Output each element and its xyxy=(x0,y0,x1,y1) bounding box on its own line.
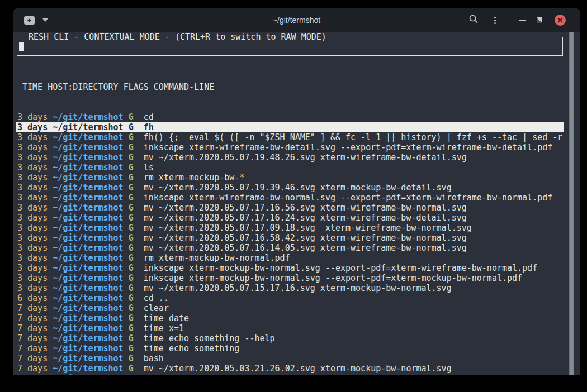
restore-icon[interactable] xyxy=(537,17,542,23)
row-command: time date xyxy=(144,313,189,323)
row-host-directory: ~/git/termshot xyxy=(53,374,123,375)
row-time: 7 days xyxy=(17,333,48,343)
row-flags: G xyxy=(129,223,134,233)
row-host-directory: ~/git/termshot xyxy=(53,213,123,223)
history-row[interactable]: 3 days ~/git/termshot G ls xyxy=(16,162,564,173)
row-flags: G xyxy=(129,183,134,193)
row-host-directory: ~/git/termshot xyxy=(53,223,123,233)
history-row[interactable]: 3 days ~/git/termshot G mv ~/xterm.2020.… xyxy=(16,243,564,253)
close-icon[interactable] xyxy=(555,15,566,26)
row-command: mv ~/xterm.2020.05.03.20.52.33.svg xterm… xyxy=(144,374,452,375)
row-command: cd .. xyxy=(144,293,169,303)
row-flags: G xyxy=(129,173,134,183)
row-time: 7 days xyxy=(17,303,48,313)
row-host-directory: ~/git/termshot xyxy=(53,303,123,313)
row-flags: G xyxy=(129,353,134,364)
row-flags: G xyxy=(129,303,134,313)
row-time: 3 days xyxy=(17,142,48,152)
history-row[interactable]: 3 days ~/git/termshot G mv ~/xterm.2020.… xyxy=(16,152,564,162)
history-row[interactable]: 6 days ~/git/termshot G cd .. xyxy=(16,293,564,303)
row-command: fh() {; eval $( ([ -n "$ZSH_NAME" ] && f… xyxy=(144,132,563,142)
history-row[interactable]: 7 days ~/git/termshot G time x=1 xyxy=(16,323,564,333)
row-time: 3 days xyxy=(17,193,48,203)
history-row[interactable]: 3 days ~/git/termshot G mv ~/xterm.2020.… xyxy=(16,213,564,223)
row-host-directory: ~/git/termshot xyxy=(53,333,123,343)
row-host-directory: ~/git/termshot xyxy=(53,293,123,303)
history-row[interactable]: 7 days ~/git/termshot G mv ~/xterm.2020.… xyxy=(16,374,564,375)
row-command: ls xyxy=(144,162,154,173)
history-row[interactable]: 3 days ~/git/termshot G fh() {; eval $( … xyxy=(16,132,564,142)
chevron-down-icon[interactable] xyxy=(42,18,48,25)
row-time: 3 days xyxy=(17,243,48,253)
row-flags: G xyxy=(129,343,134,353)
row-host-directory: ~/git/termshot xyxy=(53,353,123,364)
row-host-directory: ~/git/termshot xyxy=(53,263,123,273)
row-time: 3 days xyxy=(17,253,48,263)
new-tab-button[interactable]: + xyxy=(24,16,35,25)
history-row[interactable]: 3 days ~/git/termshot G mv ~/xterm.2020.… xyxy=(16,203,564,213)
row-time: 7 days xyxy=(17,343,48,353)
minimize-icon[interactable] xyxy=(519,20,526,21)
row-flags: G xyxy=(129,313,134,323)
history-row[interactable]: 3 days ~/git/termshot G inkscape xterm-m… xyxy=(16,273,564,283)
row-host-directory: ~/git/termshot xyxy=(53,273,123,283)
row-time: 3 days xyxy=(17,132,48,142)
history-row[interactable]: 7 days ~/git/termshot G mv ~/xterm.2020.… xyxy=(16,364,564,374)
row-host-directory: ~/git/termshot xyxy=(53,343,123,353)
row-host-directory: ~/git/termshot xyxy=(53,283,123,293)
history-row[interactable]: 3 days ~/git/termshot G rm xterm-mockup-… xyxy=(16,173,564,183)
history-row[interactable]: 7 days ~/git/termshot G bash xyxy=(16,353,564,364)
history-row[interactable]: 3 days ~/git/termshot G inkscape xterm-m… xyxy=(16,263,564,273)
search-icon[interactable] xyxy=(468,14,479,26)
history-row[interactable]: 3 days ~/git/termshot G rm xterm-mockup-… xyxy=(16,253,564,263)
history-row[interactable]: 7 days ~/git/termshot G time echo someth… xyxy=(16,333,564,343)
row-flags: G xyxy=(129,293,134,303)
row-time: 3 days xyxy=(17,173,48,183)
titlebar: + ~/git/termshot xyxy=(13,8,580,32)
row-time: 7 days xyxy=(17,374,48,375)
row-host-directory: ~/git/termshot xyxy=(53,152,123,162)
history-row[interactable]: 3 days ~/git/termshot G mv ~/xterm.2020.… xyxy=(16,183,564,193)
row-command: rm xterm-mockup-bw-normal.pdf xyxy=(144,253,290,263)
row-command: mv ~/xterm.2020.05.07.16.14.05.svg xterm… xyxy=(144,243,467,253)
row-command: mv ~/xterm.2020.05.07.15.17.16.svg xterm… xyxy=(144,283,452,293)
row-host-directory: ~/git/termshot xyxy=(53,112,123,122)
row-flags: G xyxy=(129,162,134,173)
search-input[interactable]: RESH CLI - CONTEXTUAL MODE - (CTRL+R to … xyxy=(17,37,563,56)
kebab-menu-icon[interactable] xyxy=(494,17,496,24)
scrollbar[interactable] xyxy=(569,32,574,375)
row-time: 3 days xyxy=(17,122,48,132)
row-command: mv ~/xterm.2020.05.07.19.39.46.svg xterm… xyxy=(144,183,452,193)
row-flags: G xyxy=(129,374,134,375)
row-flags: G xyxy=(129,283,134,293)
row-host-directory: ~/git/termshot xyxy=(53,132,123,142)
row-time: 3 days xyxy=(17,183,48,193)
history-row[interactable]: 7 days ~/git/termshot G time echo someth… xyxy=(16,343,564,353)
row-host-directory: ~/git/termshot xyxy=(53,364,123,374)
history-row[interactable]: 3 days ~/git/termshot G mv ~/xterm.2020.… xyxy=(16,223,564,233)
history-row[interactable]: 3 days ~/git/termshot G cd xyxy=(16,112,564,122)
row-time: 3 days xyxy=(17,203,48,213)
history-row[interactable]: 3 days ~/git/termshot G mv ~/xterm.2020.… xyxy=(16,233,564,243)
row-command: time echo something --help xyxy=(144,333,275,343)
row-command: time echo something xyxy=(144,343,240,353)
history-row[interactable]: 3 days ~/git/termshot G inkscape xterm-w… xyxy=(16,142,564,152)
row-time: 7 days xyxy=(17,313,48,323)
plus-icon: + xyxy=(27,16,32,25)
history-row[interactable]: 3 days ~/git/termshot G mv ~/xterm.2020.… xyxy=(16,283,564,293)
history-row[interactable]: 3 days ~/git/termshot G inkscape xterm-w… xyxy=(16,193,564,203)
row-flags: G xyxy=(129,142,134,152)
history-row[interactable]: 3 days ~/git/termshot G fh xyxy=(16,122,564,132)
row-host-directory: ~/git/termshot xyxy=(53,253,123,263)
row-command: mv ~/xterm.2020.05.07.17.09.18.svg xterm… xyxy=(144,223,472,233)
row-command: inkscape xterm-wireframe-bw-normal.svg -… xyxy=(144,193,553,203)
row-flags: G xyxy=(129,193,134,203)
row-time: 3 days xyxy=(17,152,48,162)
row-command: mv ~/xterm.2020.05.07.17.16.56.svg xterm… xyxy=(144,203,467,213)
row-flags: G xyxy=(129,112,134,122)
history-table: TIME HOST:DIRECTORY FLAGS COMMAND-LINE 3… xyxy=(16,62,564,375)
history-row[interactable]: 7 days ~/git/termshot G clear xyxy=(16,303,564,313)
row-host-directory: ~/git/termshot xyxy=(53,142,123,152)
row-host-directory: ~/git/termshot xyxy=(53,203,123,213)
history-row[interactable]: 7 days ~/git/termshot G time date xyxy=(16,313,564,323)
